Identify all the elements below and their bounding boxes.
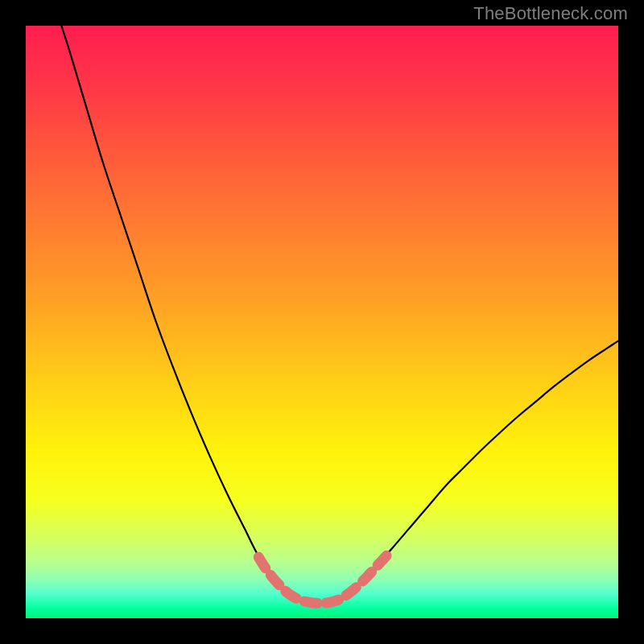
plot-area <box>26 26 618 618</box>
chart-frame: TheBottleneck.com <box>0 0 644 644</box>
watermark-text: TheBottleneck.com <box>473 3 628 24</box>
gradient-background <box>26 26 618 618</box>
chart-svg <box>26 26 618 618</box>
